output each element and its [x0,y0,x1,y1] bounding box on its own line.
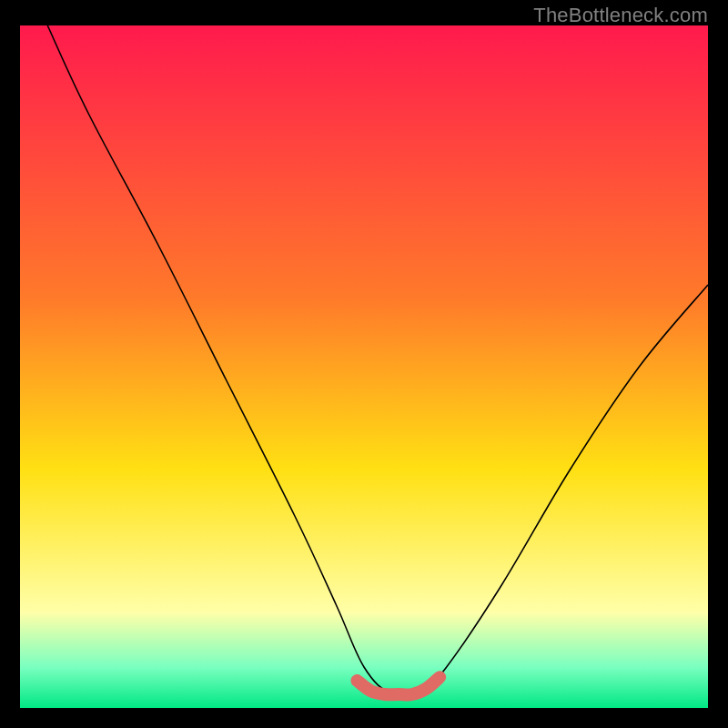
chart-frame: TheBottleneck.com [0,0,728,728]
gradient-background [20,25,708,708]
watermark-text: TheBottleneck.com [533,4,708,27]
bottleneck-plot [20,25,708,708]
